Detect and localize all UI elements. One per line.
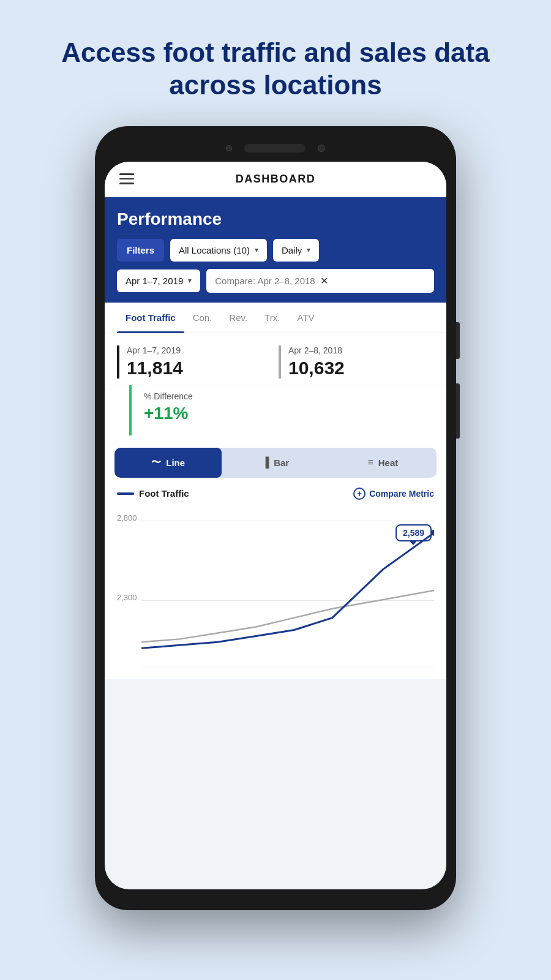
menu-button[interactable] xyxy=(119,173,134,184)
menu-line-3 xyxy=(119,183,134,184)
chart-type-line-button[interactable]: 〜 Line xyxy=(114,448,222,478)
frequency-dropdown[interactable]: Daily ▾ xyxy=(273,239,319,262)
primary-stat-value: 11,814 xyxy=(127,358,272,379)
side-button-1 xyxy=(456,322,460,359)
line-icon: 〜 xyxy=(151,456,161,469)
compare-line xyxy=(141,590,434,642)
phone-screen: DASHBOARD Performance Filters All Locati… xyxy=(105,162,446,889)
legend-line-indicator xyxy=(117,492,134,495)
compare-metric-label: Compare Metric xyxy=(369,489,434,499)
date-range-label: Apr 1–7, 2019 xyxy=(126,276,183,286)
compare-metric-button[interactable]: + Compare Metric xyxy=(353,488,434,500)
compare-stat-block: Apr 2–8, 2018 10,632 xyxy=(279,345,434,379)
chart-area: 2,800 2,300 2,589 xyxy=(105,507,446,679)
tab-foot-traffic[interactable]: Foot Traffic xyxy=(117,303,184,333)
phone-speaker xyxy=(244,144,305,153)
diff-section: % Difference +11% xyxy=(129,385,422,435)
performance-section: Performance Filters All Locations (10) ▾… xyxy=(105,197,446,303)
locations-dropdown[interactable]: All Locations (10) ▾ xyxy=(170,239,267,262)
chart-svg-container xyxy=(141,521,434,666)
phone-top-bar xyxy=(105,137,446,159)
diff-value: +11% xyxy=(144,404,410,423)
primary-stat-date: Apr 1–7, 2019 xyxy=(127,345,272,355)
menu-line-1 xyxy=(119,173,134,175)
frequency-label: Daily xyxy=(282,245,302,255)
compare-date-button[interactable]: Compare: Apr 2–8, 2018 ✕ xyxy=(206,269,434,293)
legend-label: Foot Traffic xyxy=(139,488,189,499)
bar-label: Bar xyxy=(274,458,289,468)
plus-circle-icon: + xyxy=(353,488,365,500)
tab-atv[interactable]: ATV xyxy=(288,303,323,333)
hero-section: Access foot traffic and sales data acros… xyxy=(0,0,551,120)
chart-type-row: 〜 Line ▐ Bar ≡ Heat xyxy=(114,448,437,478)
compare-close-icon[interactable]: ✕ xyxy=(320,275,328,287)
y-axis-top-label: 2,800 xyxy=(117,513,137,522)
chart-type-heat-button[interactable]: ≡ Heat xyxy=(329,448,437,478)
app-header: DASHBOARD xyxy=(105,162,446,197)
date-range-button[interactable]: Apr 1–7, 2019 ▾ xyxy=(117,270,200,292)
primary-stat-block: Apr 1–7, 2019 11,814 xyxy=(117,345,272,379)
side-button-2 xyxy=(456,383,460,439)
diff-label: % Difference xyxy=(144,391,410,401)
date-chevron: ▾ xyxy=(188,276,192,285)
locations-chevron: ▾ xyxy=(255,246,258,254)
bar-icon: ▐ xyxy=(262,457,269,468)
performance-title: Performance xyxy=(117,209,434,229)
chart-type-bar-button[interactable]: ▐ Bar xyxy=(222,448,329,478)
phone-device: DASHBOARD Performance Filters All Locati… xyxy=(95,126,456,910)
filter-row: Filters All Locations (10) ▾ Daily ▾ xyxy=(117,239,434,262)
tab-con[interactable]: Con. xyxy=(184,303,221,333)
app-title: DASHBOARD xyxy=(236,173,316,186)
filters-button[interactable]: Filters xyxy=(117,239,164,262)
compare-date-label: Compare: Apr 2–8, 2018 xyxy=(215,276,315,286)
content-area: Foot Traffic Con. Rev. Trx. ATV xyxy=(105,303,446,679)
phone-wrapper: DASHBOARD Performance Filters All Locati… xyxy=(0,120,551,910)
heat-icon: ≡ xyxy=(367,457,373,468)
tab-rev[interactable]: Rev. xyxy=(220,303,256,333)
line-label: Line xyxy=(166,458,185,468)
legend-item: Foot Traffic xyxy=(117,488,189,499)
front-camera-main xyxy=(318,145,325,152)
chart-legend-row: Foot Traffic + Compare Metric xyxy=(105,488,446,507)
heat-label: Heat xyxy=(378,458,399,468)
date-row: Apr 1–7, 2019 ▾ Compare: Apr 2–8, 2018 ✕ xyxy=(117,269,434,303)
tabs-row: Foot Traffic Con. Rev. Trx. ATV xyxy=(105,303,446,333)
menu-line-2 xyxy=(119,178,134,180)
grid-line-bottom xyxy=(141,668,434,668)
tab-trx[interactable]: Trx. xyxy=(256,303,288,333)
diff-wrapper: % Difference +11% xyxy=(105,385,446,448)
locations-label: All Locations (10) xyxy=(179,245,250,255)
stats-section: Apr 1–7, 2019 11,814 Apr 2–8, 2018 10,63… xyxy=(105,333,446,385)
front-camera-small xyxy=(226,145,232,151)
hero-title: Access foot traffic and sales data acros… xyxy=(49,37,502,102)
primary-line xyxy=(141,532,434,647)
y-axis-bottom-label: 2,300 xyxy=(117,593,137,602)
frequency-chevron: ▾ xyxy=(307,246,310,254)
chart-svg xyxy=(141,521,434,666)
compare-stat-value: 10,632 xyxy=(288,358,434,379)
compare-stat-date: Apr 2–8, 2018 xyxy=(288,345,434,355)
